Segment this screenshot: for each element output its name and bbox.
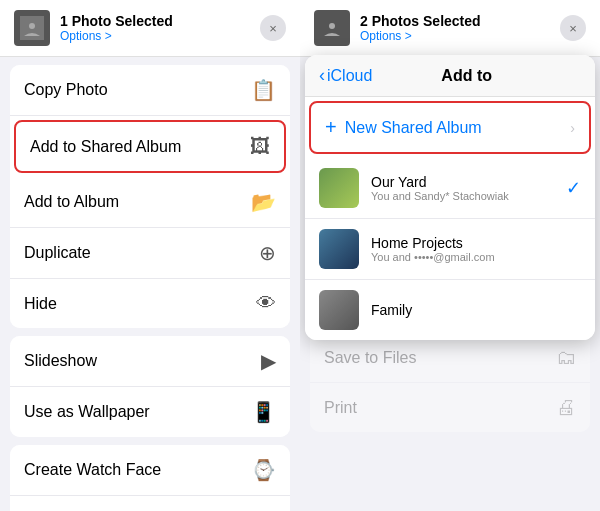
- right-options-link[interactable]: Options >: [360, 29, 481, 43]
- add-to-dropdown: ‹ iCloud Add to + New Shared Album › Our…: [305, 55, 595, 340]
- family-thumb: [319, 290, 359, 330]
- bg-save-files: Save to Files 🗂: [310, 333, 590, 383]
- menu-item-slideshow[interactable]: Slideshow ▶: [10, 336, 290, 387]
- menu-item-add-shared-album[interactable]: Add to Shared Album 🖼: [14, 120, 286, 173]
- left-header-left: 1 Photo Selected Options >: [14, 10, 173, 46]
- duplicate-label: Duplicate: [24, 244, 91, 262]
- right-header: 2 Photos Selected Options > ×: [300, 0, 600, 57]
- duplicate-icon: ⊕: [259, 241, 276, 265]
- left-options-link[interactable]: Options >: [60, 29, 173, 43]
- watch-face-icon: ⌚: [251, 458, 276, 482]
- new-shared-album-button[interactable]: + New Shared Album ›: [309, 101, 591, 154]
- album-item-home-projects[interactable]: Home Projects You and •••••@gmail.com: [305, 219, 595, 280]
- watch-face-label: Create Watch Face: [24, 461, 161, 479]
- add-album-icon: 📂: [251, 190, 276, 214]
- left-panel-title: 1 Photo Selected: [60, 13, 173, 29]
- left-header-text: 1 Photo Selected Options >: [60, 13, 173, 43]
- album-item-family[interactable]: Family: [305, 280, 595, 340]
- left-panel: 1 Photo Selected Options > × Copy Photo …: [0, 0, 300, 511]
- wallpaper-label: Use as Wallpaper: [24, 403, 150, 421]
- menu-item-wallpaper[interactable]: Use as Wallpaper 📱: [10, 387, 290, 437]
- slideshow-label: Slideshow: [24, 352, 97, 370]
- left-header: 1 Photo Selected Options > ×: [0, 0, 300, 57]
- our-yard-sub: You and Sandy* Stachowiak: [371, 190, 566, 202]
- menu-item-add-album[interactable]: Add to Album 📂: [10, 177, 290, 228]
- home-projects-thumb: [319, 229, 359, 269]
- hide-label: Hide: [24, 295, 57, 313]
- bg-print-label: Print: [324, 399, 357, 417]
- menu-item-save-files[interactable]: Save to Files 🗂: [10, 496, 290, 511]
- family-name: Family: [371, 302, 581, 318]
- our-yard-info: Our Yard You and Sandy* Stachowiak: [371, 174, 566, 202]
- our-yard-name: Our Yard: [371, 174, 566, 190]
- slideshow-icon: ▶: [261, 349, 276, 373]
- our-yard-thumb: [319, 168, 359, 208]
- wallpaper-icon: 📱: [251, 400, 276, 424]
- right-close-button[interactable]: ×: [560, 15, 586, 41]
- left-section-2: Slideshow ▶ Use as Wallpaper 📱: [10, 336, 290, 437]
- add-shared-album-icon: 🖼: [250, 135, 270, 158]
- dropdown-title: Add to: [382, 67, 551, 85]
- svg-point-3: [329, 23, 335, 29]
- bg-print: Print 🖨: [310, 383, 590, 432]
- new-shared-album-label: New Shared Album: [345, 119, 571, 137]
- plus-icon: +: [325, 116, 337, 139]
- left-menu-list: Copy Photo 📋 Add to Shared Album 🖼 Add t…: [0, 57, 300, 511]
- album-item-our-yard[interactable]: Our Yard You and Sandy* Stachowiak ✓: [305, 158, 595, 219]
- our-yard-checkmark-icon: ✓: [566, 177, 581, 199]
- menu-item-watch-face[interactable]: Create Watch Face ⌚: [10, 445, 290, 496]
- dropdown-header: ‹ iCloud Add to: [305, 55, 595, 97]
- right-panel: 2 Photos Selected Options > × Add to Alb…: [300, 0, 600, 511]
- right-panel-title: 2 Photos Selected: [360, 13, 481, 29]
- right-header-left: 2 Photos Selected Options >: [314, 10, 481, 46]
- right-thumb: [314, 10, 350, 46]
- menu-item-duplicate[interactable]: Duplicate ⊕: [10, 228, 290, 279]
- home-projects-sub: You and •••••@gmail.com: [371, 251, 581, 263]
- svg-point-1: [29, 23, 35, 29]
- right-header-text: 2 Photos Selected Options >: [360, 13, 481, 43]
- chevron-left-icon: ‹: [319, 65, 325, 86]
- copy-photo-icon: 📋: [251, 78, 276, 102]
- add-shared-album-label: Add to Shared Album: [30, 138, 181, 156]
- menu-item-hide[interactable]: Hide 👁: [10, 279, 290, 328]
- bg-save-files-label: Save to Files: [324, 349, 416, 367]
- left-section-1: Copy Photo 📋 Add to Shared Album 🖼 Add t…: [10, 65, 290, 328]
- new-shared-chevron-icon: ›: [570, 120, 575, 136]
- dropdown-back-button[interactable]: ‹ iCloud: [319, 65, 372, 86]
- hide-icon: 👁: [256, 292, 276, 315]
- add-album-label: Add to Album: [24, 193, 119, 211]
- menu-item-copy-photo[interactable]: Copy Photo 📋: [10, 65, 290, 116]
- dropdown-back-label: iCloud: [327, 67, 372, 85]
- home-projects-info: Home Projects You and •••••@gmail.com: [371, 235, 581, 263]
- copy-photo-label: Copy Photo: [24, 81, 108, 99]
- left-section-3: Create Watch Face ⌚ Save to Files 🗂 Assi…: [10, 445, 290, 511]
- left-thumb: [14, 10, 50, 46]
- home-projects-name: Home Projects: [371, 235, 581, 251]
- left-close-button[interactable]: ×: [260, 15, 286, 41]
- family-info: Family: [371, 302, 581, 318]
